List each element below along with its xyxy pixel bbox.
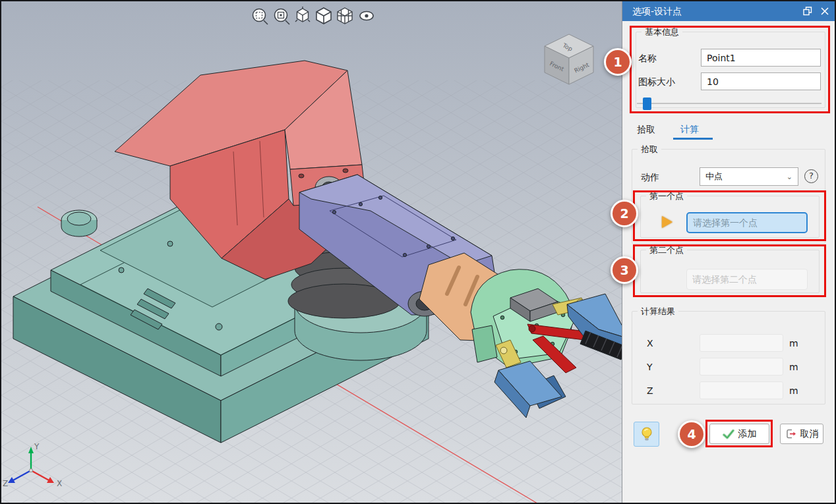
- tab-active-underline: [673, 138, 713, 140]
- name-label: 名称: [638, 53, 657, 65]
- close-icon[interactable]: [819, 5, 831, 17]
- second-point-input: [686, 269, 808, 290]
- pick-arrow-icon: [662, 216, 672, 228]
- name-input[interactable]: [701, 49, 821, 67]
- viewport-3d[interactable]: Top Front Right Y X Z: [1, 1, 622, 504]
- result-x-input: [700, 334, 783, 352]
- result-x-label: X: [647, 338, 653, 349]
- result-group-legend: 计算结果: [638, 306, 678, 318]
- tab-calculate[interactable]: 计算: [680, 124, 699, 136]
- help-icon[interactable]: ?: [804, 169, 818, 183]
- cancel-button[interactable]: 取消: [780, 424, 823, 444]
- wireframe-cube-icon[interactable]: [338, 8, 352, 24]
- pick-group-legend: 拾取: [638, 144, 661, 155]
- result-y-input: [700, 358, 783, 376]
- options-panel: 选项-设计点 基本信息 名称 图标大小 拾取 计算 拾取 动作: [622, 1, 836, 504]
- result-z-input: [700, 381, 783, 399]
- add-button-label: 添加: [738, 428, 757, 440]
- basic-info-legend: 基本信息: [642, 26, 682, 38]
- result-y-label: Y: [647, 362, 653, 372]
- result-z-unit: m: [789, 385, 798, 396]
- float-window-icon[interactable]: [802, 5, 814, 17]
- first-point-legend: 第一个点: [646, 190, 687, 202]
- tab-pick[interactable]: 拾取: [637, 124, 655, 136]
- panel-title-bar: 选项-设计点: [622, 1, 836, 21]
- basic-info-group: 基本信息: [636, 32, 825, 108]
- icon-size-slider-track[interactable]: [637, 103, 821, 104]
- add-button[interactable]: 添加: [709, 424, 769, 444]
- icon-size-input[interactable]: [701, 72, 821, 90]
- checkmark-icon: [723, 429, 734, 439]
- visibility-eye-icon[interactable]: [360, 12, 373, 20]
- chevron-down-icon: ⌄: [787, 173, 792, 181]
- triad-y-label: Y: [34, 442, 40, 451]
- cancel-button-label: 取消: [800, 428, 819, 440]
- panel-title: 选项-设计点: [632, 6, 682, 16]
- result-x-unit: m: [789, 338, 798, 349]
- cancel-exit-icon: [785, 428, 796, 439]
- action-dropdown[interactable]: 中点 ⌄: [700, 167, 798, 186]
- lightbulb-icon: [640, 426, 654, 442]
- viewport-canvas[interactable]: Top Front Right Y X Z: [1, 1, 622, 504]
- result-y-unit: m: [789, 362, 798, 372]
- second-point-legend: 第二个点: [646, 244, 687, 256]
- action-dropdown-value: 中点: [705, 171, 723, 182]
- action-label: 动作: [641, 172, 659, 184]
- shaded-cube-icon[interactable]: [316, 8, 331, 24]
- cad-application-window: Top Front Right Y X Z: [0, 0, 836, 504]
- icon-size-label: 图标大小: [638, 76, 675, 88]
- hint-bulb-button[interactable]: [634, 422, 659, 447]
- first-point-input[interactable]: [686, 212, 808, 233]
- icon-size-slider-handle[interactable]: [643, 98, 651, 110]
- result-z-label: Z: [647, 385, 653, 396]
- triad-x-label: X: [57, 479, 62, 488]
- triad-z-label: Z: [3, 479, 8, 488]
